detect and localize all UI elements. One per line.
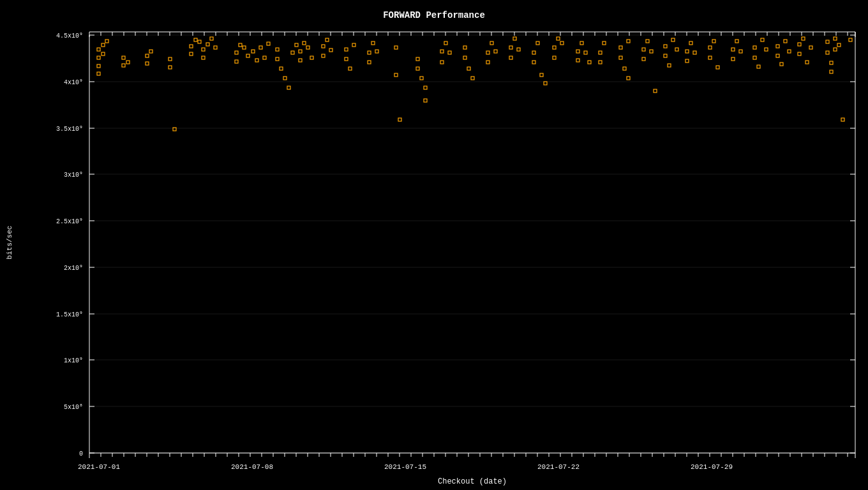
- chart-title: FORWARD Performance: [383, 10, 485, 20]
- x-label-jul29: 2021-07-29: [691, 463, 733, 471]
- svg-rect-0: [0, 0, 868, 490]
- x-axis-label: Checkout (date): [438, 477, 507, 486]
- svg-text:4x10⁹: 4x10⁹: [64, 79, 83, 86]
- svg-text:3x10⁹: 3x10⁹: [64, 172, 83, 179]
- svg-text:5x10⁸: 5x10⁸: [64, 404, 83, 411]
- x-label-jul08: 2021-07-08: [231, 463, 273, 471]
- x-label-jul22: 2021-07-22: [537, 463, 580, 471]
- chart-svg: FORWARD Performance bits/sec 0 5x10⁸ 1x1…: [0, 0, 868, 490]
- svg-text:3.5x10⁹: 3.5x10⁹: [56, 126, 83, 133]
- svg-text:4.5x10⁹: 4.5x10⁹: [56, 33, 83, 40]
- y-axis-label: bits/sec: [6, 226, 13, 260]
- x-label-jul15: 2021-07-15: [384, 463, 426, 471]
- svg-text:2.5x10⁹: 2.5x10⁹: [56, 218, 83, 225]
- chart-container: FORWARD Performance bits/sec 0 5x10⁸ 1x1…: [0, 0, 868, 490]
- x-label-jul01: 2021-07-01: [78, 463, 120, 471]
- svg-text:0: 0: [79, 450, 83, 457]
- svg-text:2x10⁹: 2x10⁹: [64, 265, 83, 272]
- svg-text:1.5x10⁹: 1.5x10⁹: [56, 311, 83, 318]
- svg-text:1x10⁹: 1x10⁹: [64, 357, 83, 364]
